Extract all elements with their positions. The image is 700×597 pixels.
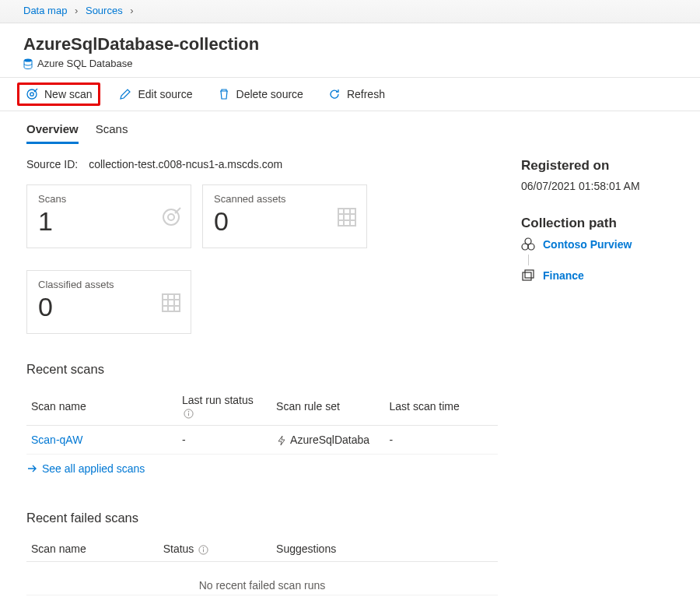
delete-source-button[interactable]: Delete source (212, 85, 310, 104)
target-icon (161, 207, 181, 230)
delete-source-label: Delete source (236, 88, 303, 100)
refresh-label: Refresh (347, 88, 385, 100)
see-all-applied-scans-link[interactable]: See all applied scans (26, 462, 498, 475)
card-scanned-assets-value: 0 (214, 206, 355, 237)
purview-icon (521, 237, 535, 251)
svg-point-5 (168, 214, 174, 220)
main-content: Source ID: collection-test.c008-ncus1-a.… (26, 158, 498, 597)
collection-icon (521, 269, 535, 283)
card-scanned-assets[interactable]: Scanned assets 0 (202, 184, 367, 248)
info-icon[interactable] (184, 409, 194, 419)
pencil-icon (119, 88, 131, 100)
lightning-icon (276, 435, 287, 446)
refresh-button[interactable]: Refresh (322, 85, 391, 104)
col-scan-rule-set: Scan rule set (271, 388, 384, 426)
tabs: Overview Scans (0, 111, 700, 144)
info-icon[interactable] (198, 545, 208, 555)
svg-rect-27 (525, 270, 534, 278)
col-last-run-status: Last run status (177, 388, 271, 426)
source-type-label: Azure SQL Database (37, 58, 132, 69)
col-last-scan-time: Last scan time (385, 388, 498, 426)
failed-scans-empty: No recent failed scan runs (26, 570, 498, 595)
col-failed-scan-name: Scan name (26, 536, 159, 562)
recent-failed-scans-section: Recent failed scans Scan name Status Sug… (26, 511, 498, 597)
recent-failed-scans-title: Recent failed scans (26, 511, 498, 525)
new-scan-label: New scan (44, 88, 92, 100)
svg-point-0 (24, 58, 32, 61)
col-scan-name: Scan name (26, 388, 177, 426)
toolbar: New scan Edit source Delete source Refre… (0, 78, 700, 111)
collection-path-root-link[interactable]: Contoso Purview (543, 238, 632, 251)
svg-rect-26 (523, 272, 531, 280)
breadcrumb: Data map › Sources › (0, 0, 700, 23)
svg-point-19 (188, 411, 189, 412)
collection-path-root[interactable]: Contoso Purview (521, 237, 677, 251)
col-failed-status: Status (159, 536, 271, 562)
card-classified-assets[interactable]: Classified assets 0 (26, 270, 191, 334)
collection-path-child-link[interactable]: Finance (543, 269, 584, 282)
path-connector (528, 255, 529, 265)
source-id-label: Source ID: (26, 158, 78, 170)
card-classified-assets-value: 0 (38, 292, 180, 322)
trash-icon (218, 88, 230, 100)
registered-on-title: Registered on (521, 158, 677, 174)
tab-scans[interactable]: Scans (96, 118, 128, 144)
recent-scans-title: Recent scans (26, 362, 498, 377)
breadcrumb-data-map[interactable]: Data map (23, 5, 67, 16)
card-scans-title: Scans (38, 193, 180, 205)
source-id-row: Source ID: collection-test.c008-ncus1-a.… (26, 158, 498, 170)
page-title: AzureSqlDatabase-collection (23, 34, 677, 54)
target-icon (26, 88, 38, 100)
svg-rect-12 (163, 294, 180, 311)
database-icon (23, 58, 33, 69)
edit-source-button[interactable]: Edit source (113, 85, 198, 104)
collection-path-title: Collection path (521, 216, 677, 231)
page-header: AzureSqlDatabase-collection Azure SQL Da… (0, 23, 700, 78)
svg-point-25 (525, 238, 531, 244)
cell-time: - (385, 426, 498, 455)
new-scan-button[interactable]: New scan (17, 83, 100, 106)
card-scans-value: 1 (38, 206, 180, 237)
scan-link[interactable]: Scan-qAW (31, 434, 82, 446)
tab-overview[interactable]: Overview (26, 118, 79, 144)
collection-path-child[interactable]: Finance (521, 269, 677, 283)
edit-source-label: Edit source (138, 88, 192, 100)
table-row[interactable]: Scan-qAW - AzureSqlDataba - (26, 426, 498, 455)
chevron-right-icon: › (75, 5, 78, 16)
registered-on-value: 06/07/2021 01:58:01 AM (521, 180, 677, 192)
grid-icon (337, 207, 357, 230)
source-type: Azure SQL Database (23, 58, 677, 69)
cell-status: - (177, 426, 271, 455)
side-panel: Registered on 06/07/2021 01:58:01 AM Col… (521, 158, 677, 597)
failed-scans-table: Scan name Status Suggestions (26, 536, 498, 562)
svg-rect-7 (338, 209, 355, 226)
col-suggestions: Suggestions (271, 536, 498, 562)
summary-cards: Scans 1 Scanned assets 0 Classified asse… (26, 184, 498, 334)
card-scans[interactable]: Scans 1 (26, 184, 191, 248)
arrow-right-icon (26, 463, 37, 474)
source-id-value: collection-test.c008-ncus1-a.mscds.com (89, 158, 282, 170)
svg-point-2 (30, 93, 33, 96)
card-scanned-assets-title: Scanned assets (214, 193, 355, 205)
refresh-icon (328, 88, 341, 100)
svg-point-22 (203, 547, 204, 548)
recent-scans-section: Recent scans Scan name Last run status S… (26, 362, 498, 475)
card-classified-assets-title: Classified assets (38, 279, 180, 290)
breadcrumb-sources[interactable]: Sources (86, 5, 123, 16)
chevron-right-icon: › (130, 5, 133, 16)
grid-icon (161, 293, 181, 315)
recent-scans-table: Scan name Last run status Scan rule set … (26, 388, 498, 455)
cell-ruleset: AzureSqlDataba (271, 426, 384, 455)
